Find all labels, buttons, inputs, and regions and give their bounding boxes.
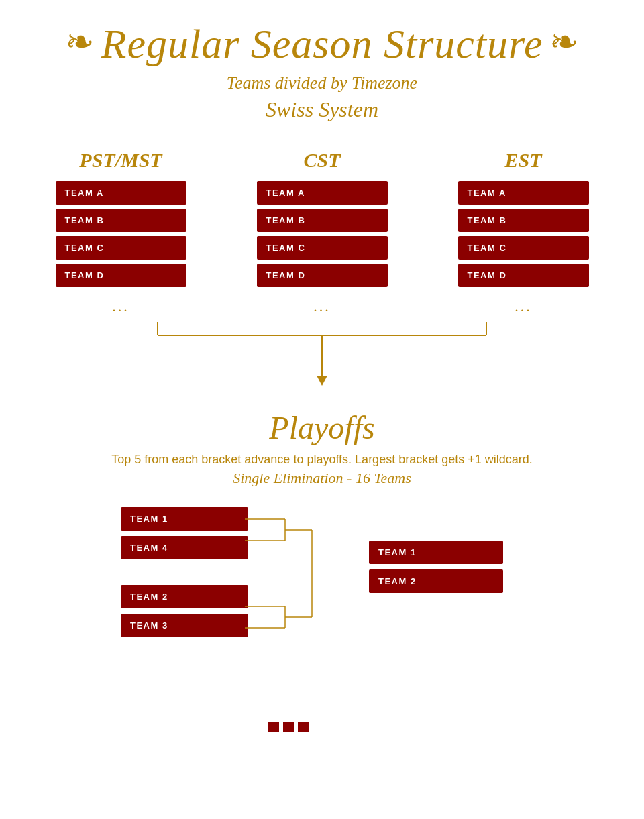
team-box-est-b: TEAM B: [458, 209, 589, 232]
team-box-est-a: TEAM A: [458, 181, 589, 205]
timezone-label-est: EST: [504, 149, 541, 172]
timezone-column-pst: PST/MST TEAM A TEAM B TEAM C TEAM D ...: [47, 149, 195, 315]
team-box-pst-d: TEAM D: [56, 264, 186, 287]
dot-square-2: [283, 722, 294, 732]
bracket-right: TEAM 1 TEAM 2: [369, 541, 503, 598]
connector-svg: [87, 322, 557, 402]
dots-pst: ...: [112, 298, 129, 315]
subtitle-timezone: Teams divided by Timezone: [27, 73, 617, 93]
bracket-section: TEAM 1 TEAM 4 TEAM 2 TEAM 3: [121, 507, 523, 708]
bottom-dots: [0, 722, 617, 735]
connector-section: [0, 322, 644, 402]
bracket-winner-2: TEAM 2: [369, 569, 503, 593]
bracket-team-2: TEAM 2: [121, 585, 248, 608]
team-box-cst-a: TEAM A: [257, 181, 388, 205]
dot-square-1: [268, 722, 279, 732]
page-wrapper: ❧ Regular Season Structure ❧ Teams divid…: [0, 0, 644, 819]
bracket-left: TEAM 1 TEAM 4 TEAM 2 TEAM 3: [121, 507, 255, 643]
svg-marker-4: [317, 376, 327, 386]
playoffs-title: Playoffs: [27, 409, 617, 446]
team-box-cst-b: TEAM B: [257, 209, 388, 232]
team-box-cst-c: TEAM C: [257, 236, 388, 260]
team-box-est-c: TEAM C: [458, 236, 589, 260]
bracket-team-1: TEAM 1: [121, 507, 248, 531]
team-box-cst-d: TEAM D: [257, 264, 388, 287]
timezone-label-pst: PST/MST: [79, 149, 162, 172]
bottom-dots-squares: [268, 722, 309, 732]
subtitle-swiss: Swiss System: [27, 97, 617, 122]
timezone-section: PST/MST TEAM A TEAM B TEAM C TEAM D ... …: [0, 129, 644, 315]
bracket-team-4: TEAM 4: [121, 536, 248, 559]
playoffs-desc2: Single Elimination - 16 Teams: [27, 470, 617, 487]
playoffs-desc1: Top 5 from each bracket advance to playo…: [27, 453, 617, 467]
dots-est: ...: [515, 298, 532, 315]
team-box-pst-b: TEAM B: [56, 209, 186, 232]
laurel-left-icon: ❧: [65, 25, 95, 60]
laurel-right-icon: ❧: [549, 25, 579, 60]
bracket-team-3: TEAM 3: [121, 614, 248, 637]
team-box-est-d: TEAM D: [458, 264, 589, 287]
timezone-column-cst: CST TEAM A TEAM B TEAM C TEAM D ...: [248, 149, 396, 315]
header-section: ❧ Regular Season Structure ❧ Teams divid…: [0, 13, 644, 122]
bracket-winner-1: TEAM 1: [369, 541, 503, 564]
timezone-label-cst: CST: [303, 149, 340, 172]
team-box-pst-c: TEAM C: [56, 236, 186, 260]
timezone-column-est: EST TEAM A TEAM B TEAM C TEAM D ...: [449, 149, 597, 315]
title-row: ❧ Regular Season Structure ❧: [27, 20, 617, 68]
team-box-pst-a: TEAM A: [56, 181, 186, 205]
dots-cst: ...: [313, 298, 331, 315]
playoffs-section: Playoffs Top 5 from each bracket advance…: [0, 402, 644, 735]
bracket-lines-svg: [245, 507, 379, 681]
main-title: Regular Season Structure: [101, 20, 543, 68]
dot-square-3: [298, 722, 309, 732]
